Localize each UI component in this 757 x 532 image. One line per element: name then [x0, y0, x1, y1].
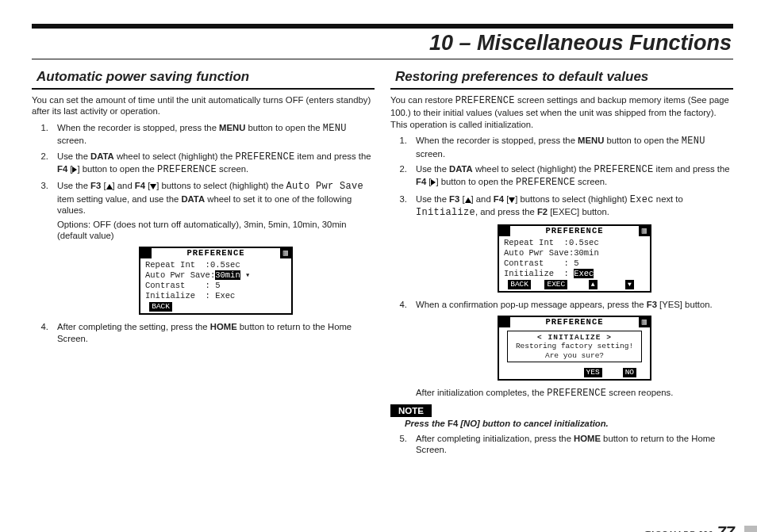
lcd-softkeys: BACK EXEC ▲ ▼: [499, 279, 650, 291]
footer-page-number: 77: [717, 523, 735, 532]
text: screen reopens.: [606, 388, 673, 397]
popup-line: Restoring factory setting!: [509, 342, 640, 350]
lcd-text: PREFERENCE: [235, 151, 294, 163]
text: ] button to open the: [77, 164, 157, 174]
lcd-text: MENU: [323, 123, 347, 134]
battery-icon: ▥: [639, 317, 650, 327]
text: When the recorder is stopped, press the: [57, 123, 219, 132]
content-columns: Automatic power saving function You can …: [32, 69, 733, 459]
lcd-body: Repeat Int :0.5sec Auto Pwr Save:30min C…: [499, 236, 650, 280]
popup-title: < INITIALIZE >: [509, 333, 640, 342]
lcd-titlebar: PREFERENCE ▥: [499, 226, 650, 236]
lcd-left-pad: [499, 226, 510, 236]
note-text: Press the F4 [NO] button to cancel initi…: [405, 419, 733, 428]
text: Use the: [57, 151, 90, 161]
left-step-4: After completing the setting, press the …: [51, 321, 375, 344]
text: After initialization completes, the: [416, 388, 547, 397]
text: ] and: [113, 181, 135, 190]
lcd-popup: < INITIALIZE > Restoring factory setting…: [507, 331, 642, 362]
up-icon: [465, 197, 471, 203]
left-step-1: When the recorder is stopped, press the …: [51, 122, 375, 147]
text-bold: F3: [647, 300, 657, 309]
manual-page: 10 – Miscellaneous Functions Automatic p…: [0, 24, 757, 532]
text: next to: [654, 194, 683, 204]
text: screen.: [217, 164, 248, 174]
softkey-up: ▲: [589, 280, 598, 289]
lcd-text: PREFERENCE: [157, 164, 217, 175]
battery-icon: ▥: [280, 248, 291, 258]
text: Use the: [416, 194, 449, 204]
text: Auto Pwr Save:: [145, 270, 215, 280]
text: screen.: [57, 136, 86, 145]
lcd-row: Repeat Int :0.5sec: [145, 260, 286, 270]
left-column: Automatic power saving function You can …: [32, 69, 375, 459]
text: Use the: [416, 164, 449, 174]
text: After completing the setting, press the: [57, 322, 210, 331]
text-bold: DATA: [181, 194, 205, 204]
lcd-figure-3: PREFERENCE ▥ < INITIALIZE > Restoring fa…: [416, 316, 733, 381]
lcd-titlebar: PREFERENCE ▥: [499, 317, 650, 327]
lcd-text: PREFERENCE: [547, 388, 606, 399]
softkey-back: BACK: [149, 302, 172, 312]
lcd-left-pad: [499, 317, 510, 327]
text: ] buttons to select (highlight) the: [156, 181, 286, 190]
right-heading: Restoring preferences to default values: [390, 69, 733, 90]
text: Initialize :: [504, 269, 574, 278]
note-block: NOTE Press the F4 [NO] button to cancel …: [390, 404, 733, 428]
text: Use the: [57, 181, 90, 190]
text-bold: MENU: [578, 136, 604, 145]
lcd-text: PREFERENCE: [455, 95, 515, 106]
softkey-back: BACK: [508, 280, 531, 289]
text: screen.: [575, 177, 607, 186]
right-step-4: When a confirmation pop-up message appea…: [409, 299, 733, 400]
softkey-down: ▼: [625, 280, 634, 289]
text: [EXEC] button.: [548, 207, 609, 216]
lcd-figure-2: PREFERENCE ▥ Repeat Int :0.5sec Auto Pwr…: [416, 224, 733, 293]
text-bold: HOME: [210, 322, 237, 331]
lcd-row: Auto Pwr Save:30min ▾: [145, 270, 286, 281]
page-title: 10 – Miscellaneous Functions: [32, 30, 733, 59]
text: wheel to select (highlight) the: [114, 151, 236, 161]
lcd-highlight: 30min: [215, 270, 240, 280]
text: [NO] button to cancel initialization.: [458, 419, 609, 428]
text-bold: F4: [494, 194, 504, 204]
text-bold: F3: [449, 194, 459, 204]
page-footer: TASCAM DP-006 77: [644, 523, 735, 532]
text: item and press the: [294, 151, 371, 161]
lcd-screen: PREFERENCE ▥ Repeat Int :0.5sec Auto Pwr…: [139, 247, 293, 316]
left-step-2: Use the DATA wheel to select (highlight)…: [51, 151, 375, 177]
lcd-softkeys: BACK: [140, 301, 291, 313]
battery-icon: ▥: [639, 226, 650, 236]
text: button to open the: [604, 136, 681, 145]
lcd-text: PREFERENCE: [594, 164, 653, 175]
softkey-yes: YES: [584, 368, 602, 377]
text: , and press the: [475, 207, 537, 216]
text: wheel to select (highlight) the: [473, 164, 594, 174]
lcd-body: Repeat Int :0.5sec Auto Pwr Save:30min ▾…: [140, 258, 291, 302]
text-bold: F4: [416, 177, 426, 186]
right-step-2: Use the DATA wheel to select (highlight)…: [409, 163, 733, 189]
right-steps-cont: After completing initialization, press t…: [390, 433, 733, 456]
text: screen.: [416, 149, 445, 159]
text: [YES] button.: [657, 300, 713, 309]
left-heading: Automatic power saving function: [32, 69, 375, 90]
right-intro: You can restore PREFERENCE screen settin…: [390, 94, 733, 130]
popup-line: Are you sure?: [509, 351, 640, 360]
right-step-5: After completing initialization, press t…: [409, 433, 733, 456]
header-top-rule: [32, 24, 733, 29]
text-bold: F4: [57, 164, 67, 174]
text: item and press the: [653, 164, 729, 174]
left-step-3: Use the F3 [] and F4 [] buttons to selec…: [51, 180, 375, 315]
left-intro: You can set the amount of time until the…: [32, 94, 375, 117]
lcd-text: MENU: [682, 136, 705, 147]
text: When a confirmation pop-up message appea…: [416, 300, 647, 309]
text: Press the: [405, 419, 448, 428]
lcd-row: Contrast : 5: [145, 281, 286, 291]
lcd-left-pad: [140, 248, 152, 258]
lcd-title-text: PREFERENCE: [152, 248, 279, 258]
thumb-tab: [744, 526, 757, 532]
lcd-titlebar: PREFERENCE ▥: [140, 248, 291, 258]
lcd-title-text: PREFERENCE: [510, 226, 638, 236]
text: When the recorder is stopped, press the: [416, 136, 578, 145]
after-init-text: After initialization completes, the PREF…: [416, 387, 733, 400]
